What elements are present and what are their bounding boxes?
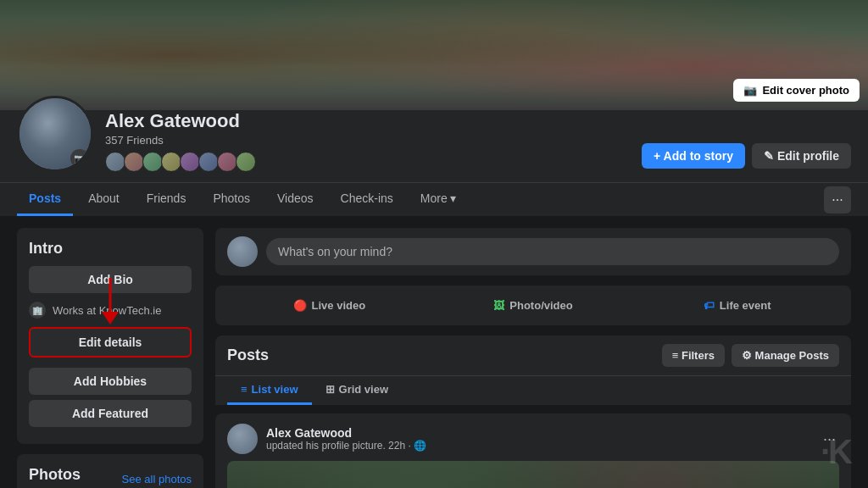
edit-profile-label: ✎ Edit profile <box>764 149 839 163</box>
main-content: Intro Add Bio 🏢 Works at KnowTech.ie E <box>0 216 868 488</box>
posts-header: Posts ≡ Filters ⚙ Manage Posts <box>215 336 851 375</box>
tab-friends-label: Friends <box>147 191 186 205</box>
tab-photos[interactable]: Photos <box>201 183 262 216</box>
intro-section: Intro Add Bio 🏢 Works at KnowTech.ie E <box>17 228 203 444</box>
photo-video-button[interactable]: 🖼 Photo/video <box>431 292 636 319</box>
friend-avatar <box>161 152 181 172</box>
tab-photos-label: Photos <box>213 191 250 205</box>
friend-avatar <box>217 152 237 172</box>
posts-controls: ≡ Filters ⚙ Manage Posts <box>662 344 839 367</box>
friends-count: 357 Friends <box>105 134 642 147</box>
left-column: Intro Add Bio 🏢 Works at KnowTech.ie E <box>17 228 203 488</box>
create-post-input[interactable]: What's on your mind? <box>266 238 839 265</box>
see-all-photos-link[interactable]: See all photos <box>122 473 192 485</box>
tab-about-label: About <box>88 191 120 205</box>
profile-name-area: Alex Gatewood 357 Friends <box>105 110 642 172</box>
edit-cover-button[interactable]: 📷 Edit cover photo <box>733 79 860 102</box>
tab-friends[interactable]: Friends <box>135 183 198 216</box>
works-at-label: Works at KnowTech.ie <box>53 304 161 317</box>
tab-checkins-label: Check-ins <box>341 191 393 205</box>
chevron-down-icon: ▾ <box>450 191 456 205</box>
post-meta: updated his profile picture. 22h · 🌐 <box>266 440 811 452</box>
profile-section: 📷 Alex Gatewood 357 Friends + Add to sto… <box>0 110 868 182</box>
post-user-name: Alex Gatewood <box>266 426 811 440</box>
add-bio-button[interactable]: Add Bio <box>29 266 192 293</box>
tab-videos[interactable]: Videos <box>265 183 326 216</box>
right-column: What's on your mind? 🔴 Live video 🖼 Phot… <box>215 228 851 488</box>
list-view-icon: ≡ <box>241 383 248 396</box>
post-action-text: updated his profile picture. <box>266 440 386 452</box>
life-event-label: Life event <box>720 299 771 312</box>
tab-checkins[interactable]: Check-ins <box>329 183 405 216</box>
add-story-label: + Add to story <box>654 149 733 163</box>
avatar: 📷 <box>17 96 93 172</box>
add-hobbies-button[interactable]: Add Hobbies <box>29 368 192 395</box>
post-image-background <box>227 461 839 488</box>
post-card: Alex Gatewood updated his profile pictur… <box>215 413 851 488</box>
add-to-story-button[interactable]: + Add to story <box>642 143 745 169</box>
add-featured-button[interactable]: Add Featured <box>29 400 192 427</box>
friend-avatar <box>180 152 200 172</box>
friends-avatars <box>105 152 642 172</box>
friend-avatar <box>142 152 163 172</box>
friend-avatar <box>105 152 125 172</box>
tab-videos-label: Videos <box>277 191 314 205</box>
life-event-button[interactable]: 🏷 Life event <box>635 292 839 319</box>
works-at-item: 🏢 Works at KnowTech.ie <box>29 298 192 322</box>
create-post-box: What's on your mind? <box>215 228 851 275</box>
profile-name: Alex Gatewood <box>105 110 642 132</box>
post-header: Alex Gatewood updated his profile pictur… <box>227 424 839 454</box>
grid-view-tab[interactable]: ⊞ Grid view <box>312 376 403 405</box>
avatar-camera-icon[interactable]: 📷 <box>70 149 89 168</box>
photo-video-icon: 🖼 <box>493 299 504 312</box>
profile-info-row: 📷 Alex Gatewood 357 Friends + Add to sto… <box>17 110 851 182</box>
camera-icon: 📷 <box>743 84 757 97</box>
tab-more[interactable]: More ▾ <box>409 183 468 216</box>
friend-avatar <box>198 152 219 172</box>
live-video-label: Live video <box>312 299 366 312</box>
profile-nav: Posts About Friends Photos Videos Check-… <box>0 182 868 216</box>
cover-photo: 📷 Edit cover photo <box>0 0 868 110</box>
photos-section: Photos See all photos <box>17 454 203 488</box>
life-event-icon: 🏷 <box>704 299 715 312</box>
manage-posts-button[interactable]: ⚙ Manage Posts <box>732 344 839 367</box>
edit-details-wrapper: Edit details <box>29 327 192 363</box>
list-view-tab[interactable]: ≡ List view <box>227 376 312 405</box>
tab-about[interactable]: About <box>76 183 131 216</box>
photos-header: Photos See all photos <box>29 466 192 488</box>
live-video-button[interactable]: 🔴 Live video <box>227 292 431 319</box>
photos-title: Photos <box>29 466 81 484</box>
friend-avatar <box>124 152 144 172</box>
grid-view-icon: ⊞ <box>326 383 335 396</box>
edit-profile-button[interactable]: ✎ Edit profile <box>752 143 851 169</box>
edit-details-button[interactable]: Edit details <box>29 327 192 358</box>
tab-posts[interactable]: Posts <box>17 183 73 216</box>
view-tabs: ≡ List view ⊞ Grid view <box>215 375 851 405</box>
post-user-avatar <box>227 424 258 454</box>
watermark: ·K <box>821 433 851 471</box>
filters-button[interactable]: ≡ Filters <box>662 344 725 367</box>
post-actions-row: 🔴 Live video 🖼 Photo/video 🏷 Life event <box>215 286 851 325</box>
works-icon: 🏢 <box>29 302 46 319</box>
create-post-avatar <box>227 236 258 267</box>
photo-video-label: Photo/video <box>509 299 572 312</box>
intro-title: Intro <box>29 240 192 258</box>
tab-posts-label: Posts <box>29 191 61 205</box>
posts-title: Posts <box>227 347 269 364</box>
grid-view-label: Grid view <box>339 383 389 396</box>
tab-more-label: More <box>420 191 448 205</box>
nav-dots-button[interactable]: ··· <box>824 186 851 214</box>
edit-cover-label: Edit cover photo <box>762 84 849 97</box>
post-image <box>227 461 839 488</box>
live-video-icon: 🔴 <box>293 299 307 312</box>
post-time: 22h · 🌐 <box>388 440 426 452</box>
post-user-info: Alex Gatewood updated his profile pictur… <box>266 426 811 452</box>
dots-icon: ··· <box>832 192 843 208</box>
friend-avatar <box>236 152 256 172</box>
list-view-label: List view <box>252 383 298 396</box>
profile-actions: + Add to story ✎ Edit profile <box>642 143 851 172</box>
